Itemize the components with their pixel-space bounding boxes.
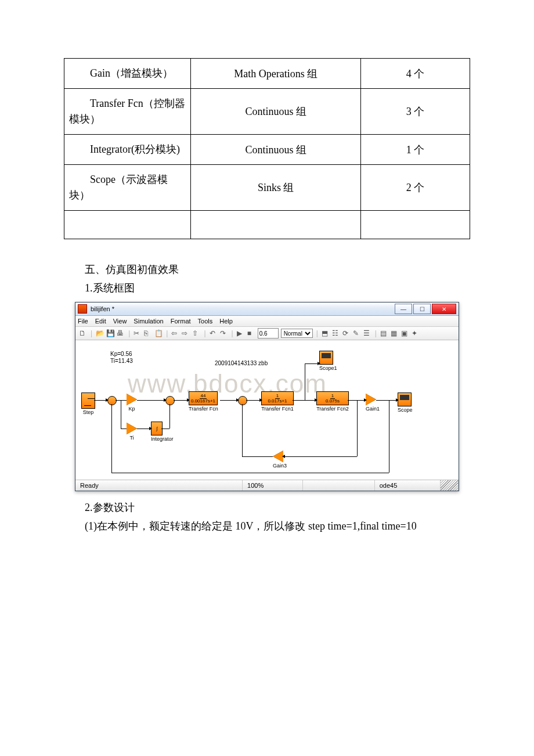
cell: Sinks 组 (191, 165, 361, 211)
tf1-den: 0.017s+1 (268, 399, 287, 404)
block-scope[interactable]: Scope (398, 393, 413, 413)
wire (121, 429, 127, 429)
block-label: Gain3 (273, 463, 287, 469)
tool-icon[interactable]: ▤ (380, 329, 388, 337)
tool-icon[interactable]: ✎ (353, 329, 361, 337)
cell (64, 211, 191, 239)
menu-view[interactable]: View (113, 318, 127, 325)
wire (161, 429, 169, 429)
block-sum1[interactable] (107, 396, 117, 405)
wire (283, 456, 357, 457)
back-icon[interactable]: ⇦ (171, 329, 179, 337)
block-sum2[interactable] (165, 396, 175, 405)
menu-bar: File Edit View Simulation Format Tools H… (75, 316, 459, 327)
redo-icon[interactable]: ↷ (220, 329, 228, 337)
block-label: Transfer Fcn (189, 406, 218, 412)
arrow-icon (187, 398, 190, 402)
block-step[interactable]: Step (81, 393, 95, 415)
mode-select[interactable]: Normal (281, 329, 313, 338)
new-icon[interactable]: 🗋 (79, 329, 87, 337)
resize-grip-icon[interactable] (441, 480, 459, 491)
status-solver: ode45 (375, 480, 441, 491)
block-transfer-fcn1[interactable]: 10.017s+1 Transfer Fcn1 (261, 391, 294, 412)
minimize-button[interactable]: — (395, 304, 412, 314)
block-label: Transfer Fcn1 (261, 406, 294, 412)
menu-edit[interactable]: Edit (95, 318, 106, 325)
section-heading: 五、仿真图初值效果 (64, 262, 470, 276)
block-scope1[interactable]: Scope1 (319, 351, 337, 371)
maximize-button[interactable]: ☐ (413, 304, 431, 314)
block-label: Scope1 (319, 365, 337, 371)
block-sum3[interactable] (238, 396, 247, 405)
tool-icon[interactable]: ☷ (332, 329, 340, 337)
tool-icon[interactable]: ⬒ (322, 329, 330, 337)
arrow-icon (259, 398, 262, 402)
model-canvas[interactable]: www.bdocx.com Kp=0.56 Ti=11.43 200910414… (75, 340, 459, 480)
cut-icon[interactable]: ✂ (134, 329, 142, 337)
arrow-icon (317, 362, 320, 365)
wire (242, 404, 243, 456)
block-gain1[interactable]: Gain1 (366, 394, 380, 412)
up-icon[interactable]: ⇧ (192, 329, 200, 337)
block-label: Kp (127, 406, 137, 412)
table-row (64, 211, 470, 239)
wire (111, 404, 112, 473)
cell (361, 211, 470, 239)
arrow-icon (396, 398, 399, 402)
print-icon[interactable]: 🖶 (117, 329, 125, 337)
tool-icon[interactable]: ☰ (363, 329, 371, 337)
open-icon[interactable]: 📂 (96, 329, 104, 337)
stop-icon[interactable]: ■ (247, 329, 255, 337)
tf2-den: 0.075s (326, 399, 340, 404)
arrow-icon (106, 398, 109, 402)
menu-simulation[interactable]: Simulation (134, 318, 163, 325)
table-row: Integrator(积分模块)Continuous 组1 个 (64, 135, 470, 165)
titlebar[interactable]: bilijifen * — ☐ ✕ (75, 303, 459, 316)
block-label: Gain1 (366, 406, 380, 412)
app-icon (78, 304, 87, 314)
menu-tools[interactable]: Tools (198, 318, 213, 325)
tool-icon[interactable]: ✦ (412, 329, 420, 337)
tool-icon[interactable]: ▣ (401, 329, 409, 337)
cell: Scope（示波器模块） (64, 165, 191, 211)
status-blank (303, 480, 374, 491)
paste-icon[interactable]: 📋 (154, 329, 163, 337)
cell: 4 个 (361, 59, 470, 89)
module-table: Gain（增益模块）Math Operations 组4 个 Transfer … (64, 58, 470, 239)
arrow-icon (364, 398, 367, 402)
table-row: Gain（增益模块）Math Operations 组4 个 (64, 59, 470, 89)
cell: 3 个 (361, 89, 470, 135)
forward-icon[interactable]: ⇨ (182, 329, 190, 337)
block-gain3[interactable]: Gain3 (273, 451, 287, 469)
tool-icon[interactable]: ⟳ (342, 329, 351, 337)
arrow-icon (149, 427, 152, 430)
close-button[interactable]: ✕ (432, 304, 456, 314)
cell: Transfer Fcn（控制器模块） (64, 89, 191, 135)
wire (169, 404, 170, 429)
undo-icon[interactable]: ↶ (210, 329, 218, 337)
block-kp[interactable]: Kp (127, 394, 137, 412)
page: Gain（增益模块）Math Operations 组4 个 Transfer … (0, 0, 534, 756)
play-icon[interactable]: ▶ (237, 329, 245, 337)
menu-help[interactable]: Help (219, 318, 233, 325)
menu-file[interactable]: File (78, 318, 88, 325)
save-icon[interactable]: 💾 (106, 329, 114, 337)
block-ti[interactable]: Ti (127, 423, 137, 441)
table-row: Scope（示波器模块）Sinks 组2 个 (64, 165, 470, 211)
block-label: Scope (398, 407, 413, 413)
block-transfer-fcn[interactable]: 440.00167s+1 Transfer Fcn (189, 391, 218, 412)
menu-format[interactable]: Format (171, 318, 191, 325)
subheading: 1.系统框图 (64, 281, 470, 295)
block-label: Step (81, 409, 95, 415)
block-transfer-fcn2[interactable]: 10.075s Transfer Fcn2 (316, 391, 349, 412)
stop-time-input[interactable] (258, 328, 279, 339)
copy-icon[interactable]: ⎘ (144, 329, 152, 337)
toolbar: 🗋 | 📂 💾 🖶 | ✂ ⎘ 📋 | ⇦ ⇨ ⇧ | ↶ ↷ | ▶ ■ No… (75, 327, 459, 340)
block-label: Integrator (151, 436, 174, 442)
cell: Continuous 组 (191, 89, 361, 135)
tool-icon[interactable]: ▦ (391, 329, 399, 337)
status-ready: Ready (75, 480, 243, 491)
cell: Continuous 组 (191, 135, 361, 165)
arrow-icon (315, 398, 317, 402)
watermark: www.bdocx.com (128, 369, 327, 398)
